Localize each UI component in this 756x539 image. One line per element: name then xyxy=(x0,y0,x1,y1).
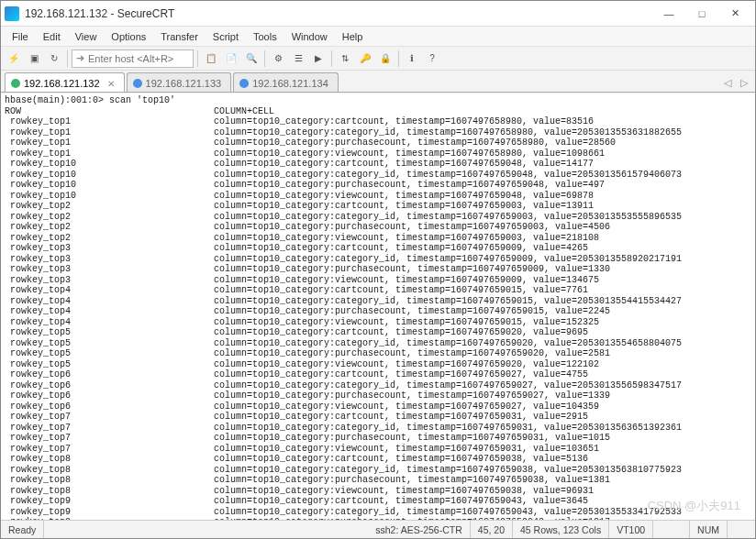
terminal-line: rowkey_top8 column=top10_category:cartco… xyxy=(5,454,751,465)
terminal-line: rowkey_top4 column=top10_category:catego… xyxy=(5,296,751,307)
terminal-line: rowkey_top1 column=top10_category:cartco… xyxy=(5,116,751,127)
terminal-line: hbase(main):001:0> scan 'top10' xyxy=(5,95,751,106)
tab-label: 192.168.121.133 xyxy=(146,78,222,89)
terminal-line: rowkey_top4 column=top10_category:purcha… xyxy=(5,306,751,317)
status-size: 45 Rows, 123 Cols xyxy=(513,521,609,538)
lock-icon[interactable]: 🔒 xyxy=(376,50,395,68)
paste-icon[interactable]: 📄 xyxy=(222,50,240,68)
terminal-line: rowkey_top5 column=top10_category:viewco… xyxy=(5,359,751,370)
terminal-line: rowkey_top2 column=top10_category:viewco… xyxy=(5,233,751,244)
terminal-line: rowkey_top3 column=top10_category:purcha… xyxy=(5,264,751,275)
toolbar: ⚡ ▣ ↻ ➜ 📋 📄 🔍 ⚙ ☰ ▶ ⇅ 🔑 🔒 ℹ ? xyxy=(1,47,755,71)
session-tab-2[interactable]: 192.168.121.134 xyxy=(233,72,339,92)
status-dot-icon xyxy=(239,79,249,88)
tab-label: 192.168.121.134 xyxy=(252,78,328,89)
terminal-line: ROW COLUMN+CELL xyxy=(5,106,751,117)
maximize-button[interactable]: □ xyxy=(685,3,718,25)
reconnect-icon[interactable]: ↻ xyxy=(45,50,63,68)
terminal-line: rowkey_top3 column=top10_category:cartco… xyxy=(5,243,751,254)
separator xyxy=(398,50,399,67)
tab-label: 192.168.121.132 xyxy=(24,78,100,89)
terminal-line: rowkey_top2 column=top10_category:cartco… xyxy=(5,201,751,212)
terminal-line: rowkey_top7 column=top10_category:viewco… xyxy=(5,444,751,455)
terminal-line: rowkey_top1 column=top10_category:catego… xyxy=(5,127,751,138)
menu-view[interactable]: View xyxy=(68,29,105,44)
tabbar: 192.168.121.132✕192.168.121.133192.168.1… xyxy=(1,71,755,93)
menu-options[interactable]: Options xyxy=(104,29,153,44)
menu-file[interactable]: File xyxy=(5,29,36,44)
terminal-line: rowkey_top3 column=top10_category:viewco… xyxy=(5,275,751,286)
terminal-line: rowkey_top1 column=top10_category:viewco… xyxy=(5,148,751,160)
terminal-line: rowkey_top7 column=top10_category:catego… xyxy=(5,423,751,434)
titlebar: 192.168.121.132 - SecureCRT — □ ✕ xyxy=(1,1,755,27)
menubar: FileEditViewOptionsTransferScriptToolsWi… xyxy=(1,27,755,47)
terminal-line: rowkey_top5 column=top10_category:cartco… xyxy=(5,327,751,338)
terminal-line: rowkey_top9 column=top10_category:catego… xyxy=(5,507,751,518)
copy-icon[interactable]: 📋 xyxy=(202,50,220,68)
session-tab-0[interactable]: 192.168.121.132✕ xyxy=(5,72,125,92)
statusbar: Ready ssh2: AES-256-CTR 45, 20 45 Rows, … xyxy=(1,520,755,538)
terminal-line: rowkey_top6 column=top10_category:cartco… xyxy=(5,369,751,380)
status-dot-icon xyxy=(133,79,142,88)
quick-connect-icon[interactable]: ▣ xyxy=(25,50,43,68)
script-icon[interactable]: ▶ xyxy=(309,50,328,68)
minimize-button[interactable]: — xyxy=(652,3,685,25)
info-icon[interactable]: ℹ xyxy=(403,50,421,68)
terminal-output[interactable]: hbase(main):001:0> scan 'top10'ROW COLUM… xyxy=(1,94,755,520)
status-cipher: ssh2: AES-256-CTR xyxy=(368,521,471,538)
menu-window[interactable]: Window xyxy=(284,29,335,44)
menu-edit[interactable]: Edit xyxy=(36,29,68,44)
terminal-line: rowkey_top4 column=top10_category:viewco… xyxy=(5,317,751,328)
sessions-icon[interactable]: ☰ xyxy=(289,50,307,68)
terminal-line: rowkey_top5 column=top10_category:catego… xyxy=(5,338,751,349)
app-icon xyxy=(5,6,19,21)
tab-close-icon[interactable]: ✕ xyxy=(107,79,115,89)
terminal-line: rowkey_top7 column=top10_category:purcha… xyxy=(5,433,751,444)
terminal-line: rowkey_top8 column=top10_category:purcha… xyxy=(5,475,751,486)
session-tab-1[interactable]: 192.168.121.133 xyxy=(127,72,232,92)
separator xyxy=(67,50,68,67)
separator xyxy=(264,50,265,67)
menu-script[interactable]: Script xyxy=(206,29,246,44)
close-button[interactable]: ✕ xyxy=(718,3,751,25)
terminal-line: rowkey_top6 column=top10_category:purcha… xyxy=(5,390,751,402)
menu-tools[interactable]: Tools xyxy=(246,29,284,44)
terminal-line: rowkey_top7 column=top10_category:cartco… xyxy=(5,412,751,423)
status-dot-icon xyxy=(11,79,20,88)
terminal-line: rowkey_top8 column=top10_category:catego… xyxy=(5,465,751,476)
scroll-right-icon[interactable]: ▷ xyxy=(737,73,751,92)
separator xyxy=(197,50,198,67)
host-input[interactable] xyxy=(88,53,189,64)
transfer-icon[interactable]: ⇅ xyxy=(336,50,354,68)
scroll-left-icon[interactable]: ◁ xyxy=(720,73,735,92)
terminal-line: rowkey_top6 column=top10_category:catego… xyxy=(5,380,751,391)
terminal-line: rowkey_top9 column=top10_category:cartco… xyxy=(5,496,751,507)
connect-icon[interactable]: ⚡ xyxy=(5,50,23,68)
terminal-line: rowkey_top10 column=top10_category:viewc… xyxy=(5,191,751,202)
menu-help[interactable]: Help xyxy=(335,29,371,44)
terminal-line: rowkey_top5 column=top10_category:purcha… xyxy=(5,348,751,359)
terminal-line: rowkey_top1 column=top10_category:purcha… xyxy=(5,138,751,148)
menu-transfer[interactable]: Transfer xyxy=(153,29,206,44)
terminal-line: rowkey_top10 column=top10_category:categ… xyxy=(5,170,751,181)
arrow-icon: ➜ xyxy=(76,52,84,64)
terminal-line: rowkey_top4 column=top10_category:cartco… xyxy=(5,285,751,296)
window-title: 192.168.121.132 - SecureCRT xyxy=(25,7,652,20)
terminal-line: rowkey_top6 column=top10_category:viewco… xyxy=(5,402,751,412)
separator xyxy=(331,50,332,67)
key-icon[interactable]: 🔑 xyxy=(356,50,374,68)
help-icon[interactable]: ? xyxy=(423,50,441,68)
status-num: NUM xyxy=(690,521,728,538)
properties-icon[interactable]: ⚙ xyxy=(269,50,287,68)
host-entry[interactable]: ➜ xyxy=(72,50,194,68)
terminal-line: rowkey_top10 column=top10_category:cartc… xyxy=(5,159,751,170)
terminal-line: rowkey_top8 column=top10_category:viewco… xyxy=(5,486,751,497)
status-vt: VT100 xyxy=(609,521,653,538)
terminal-line: rowkey_top2 column=top10_category:purcha… xyxy=(5,222,751,233)
find-icon[interactable]: 🔍 xyxy=(242,50,261,68)
status-ready: Ready xyxy=(1,521,44,538)
terminal-line: rowkey_top10 column=top10_category:purch… xyxy=(5,180,751,191)
status-position: 45, 20 xyxy=(471,521,513,538)
terminal-line: rowkey_top3 column=top10_category:catego… xyxy=(5,254,751,265)
terminal-line: rowkey_top2 column=top10_category:catego… xyxy=(5,212,751,223)
